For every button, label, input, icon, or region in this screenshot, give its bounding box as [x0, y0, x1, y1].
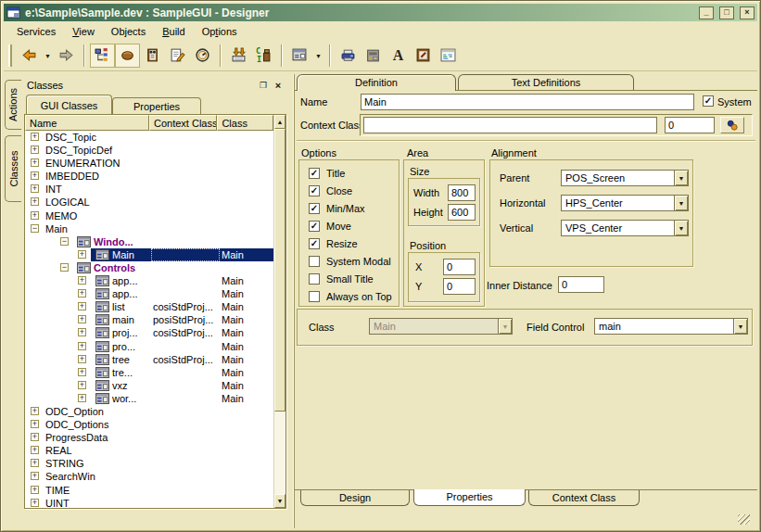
resize-grip[interactable] [738, 514, 750, 525]
class-tree-button[interactable] [90, 44, 115, 68]
tree-row[interactable]: +treecosiStdProj...Main [25, 353, 273, 366]
checkbox-move[interactable]: ✓ [309, 221, 320, 232]
tree-row[interactable]: −Windo... [25, 235, 273, 248]
tree-row[interactable]: +proj...cosiStdProj...Main [25, 326, 273, 339]
expand-icon[interactable]: + [78, 250, 86, 259]
scroll-down-icon[interactable]: ▼ [274, 494, 285, 508]
collapse-icon[interactable]: − [60, 237, 69, 246]
tab-definition[interactable]: Definition [297, 74, 456, 91]
name-input[interactable] [361, 94, 694, 110]
tree-row[interactable]: +REAL [25, 444, 273, 457]
expand-icon[interactable]: + [31, 407, 39, 415]
column-header-name[interactable]: Name [25, 115, 149, 131]
expand-icon[interactable]: + [31, 211, 39, 220]
vertical-alignment-combo[interactable]: VPS_Center▼ [561, 220, 689, 236]
tree-row[interactable]: +vxzMain [25, 379, 273, 392]
close-panel-icon[interactable]: × [272, 79, 285, 91]
expand-icon[interactable]: + [31, 446, 39, 454]
expand-icon[interactable]: + [31, 197, 39, 206]
collapse-icon[interactable]: − [60, 263, 69, 272]
inner-distance-input[interactable] [558, 276, 604, 293]
side-tab-classes[interactable]: Classes [5, 135, 21, 202]
expand-icon[interactable]: + [78, 302, 86, 310]
nav-back-button[interactable] [17, 44, 42, 68]
menu-item-options[interactable]: Options [194, 23, 246, 40]
menu-item-view[interactable]: View [64, 23, 103, 40]
window-form-button[interactable] [287, 44, 312, 68]
tree-row[interactable]: +SearchWin [25, 470, 273, 483]
tree-row[interactable]: +DSC_Topic [25, 131, 273, 144]
expand-icon[interactable]: + [31, 499, 39, 507]
dropdown-arrow[interactable]: ▼ [312, 44, 324, 68]
field-control-combo[interactable]: main ▼ [594, 318, 748, 335]
menu-item-build[interactable]: Build [154, 23, 193, 40]
object-browser-button[interactable] [115, 44, 140, 68]
font-button[interactable]: A [386, 44, 411, 68]
tree-row[interactable]: +IMBEDDED [25, 170, 273, 183]
toolbar-grip[interactable] [8, 44, 12, 67]
checkbox-min-max[interactable]: ✓ [309, 203, 320, 214]
print-button[interactable] [336, 44, 361, 68]
tree-row[interactable]: −Main [25, 222, 273, 235]
scrollbar-thumb[interactable] [274, 129, 285, 412]
column-header-class[interactable]: Class [217, 115, 273, 131]
y-input[interactable] [443, 278, 476, 295]
chevron-down-icon[interactable]: ▼ [674, 196, 688, 210]
tree-row[interactable]: +app...Main [25, 287, 273, 300]
maximize-button[interactable]: □ [719, 6, 734, 19]
width-input[interactable] [448, 184, 476, 201]
checkbox-system-modal[interactable] [309, 256, 320, 267]
tree-row[interactable]: +MEMO [25, 209, 273, 222]
code-generate-button[interactable]: CI [251, 44, 276, 68]
tree-row[interactable]: +MainMain [25, 248, 273, 261]
checkbox-always-on-top[interactable] [309, 291, 320, 302]
expand-icon[interactable]: + [31, 146, 39, 154]
height-input[interactable] [448, 204, 476, 221]
tab-context-class[interactable]: Context Class [528, 490, 640, 506]
tree-row[interactable]: +ODC_Options [25, 418, 273, 431]
expand-icon[interactable]: + [78, 368, 86, 376]
tab-design[interactable]: Design [300, 490, 410, 506]
tab-properties[interactable]: Properties [112, 97, 201, 114]
nav-forward-button[interactable] [54, 44, 79, 68]
expand-icon[interactable]: + [31, 420, 39, 428]
tab-text-definitions[interactable]: Text Definitions [458, 74, 634, 90]
expand-icon[interactable]: + [78, 342, 86, 350]
expand-icon[interactable]: + [31, 171, 39, 180]
expand-icon[interactable]: + [31, 486, 39, 494]
dropdown-arrow[interactable]: ▼ [42, 44, 54, 68]
chevron-down-icon[interactable]: ▼ [733, 319, 747, 334]
expand-icon[interactable]: + [78, 289, 86, 298]
system-checkbox[interactable]: ✓ [703, 95, 714, 107]
tree-row[interactable]: −Controls [25, 261, 273, 274]
parent-alignment-combo[interactable]: POS_Screen▼ [561, 170, 689, 186]
tree-row[interactable]: +DSC_TopicDef [25, 144, 273, 157]
tree-row[interactable]: +LOGICAL [25, 196, 273, 209]
expand-icon[interactable]: + [31, 133, 39, 141]
x-input[interactable] [443, 259, 476, 275]
tree-row[interactable]: +ProgressData [25, 431, 273, 444]
expand-icon[interactable]: + [78, 394, 86, 402]
tree-row[interactable]: +wor...Main [25, 392, 273, 405]
expand-icon[interactable]: + [31, 158, 39, 167]
minimize-button[interactable]: _ [699, 6, 714, 19]
image-button[interactable] [411, 44, 436, 68]
horizontal-alignment-combo[interactable]: HPS_Center▼ [561, 195, 689, 211]
expand-icon[interactable]: + [31, 184, 39, 193]
column-header-context-class[interactable]: Context Class [149, 115, 217, 131]
tree-row[interactable]: +ODC_Option [25, 405, 273, 418]
collapse-icon[interactable]: − [31, 224, 39, 233]
tree-scrollbar[interactable]: ▲ ▼ [273, 115, 285, 508]
tree-row[interactable]: +pro...Main [25, 340, 273, 353]
tree-row[interactable]: +STRING [25, 457, 273, 470]
tree-row[interactable]: +UINT [25, 497, 273, 508]
menu-item-services[interactable]: Services [8, 23, 64, 40]
tree-row[interactable]: +listcosiStdProj...Main [25, 300, 273, 313]
checkbox-resize[interactable]: ✓ [309, 238, 320, 249]
tab-properties[interactable]: Properties [413, 489, 526, 506]
tab-gui-classes[interactable]: GUI Classes [26, 95, 112, 114]
scroll-up-icon[interactable]: ▲ [274, 115, 285, 129]
expand-icon[interactable]: + [78, 355, 86, 363]
clock-button[interactable] [190, 44, 215, 68]
expand-icon[interactable]: + [31, 472, 39, 480]
